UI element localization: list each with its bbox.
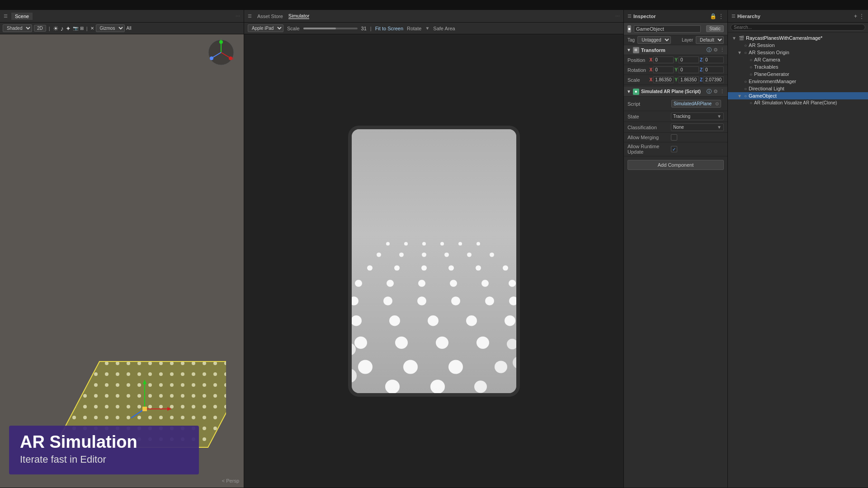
script-menu[interactable]: ⋮ [720, 89, 725, 94]
position-label: Position [627, 57, 647, 63]
simulator-tab[interactable]: Simulator [288, 13, 309, 19]
inspector-lock-icon[interactable]: 🔒 [710, 13, 717, 19]
script-value-field[interactable]: SimulatedARPlane ⊙ [671, 100, 721, 108]
ar-overlay: AR Simulation Iterate fast in Editor [9, 426, 199, 474]
script-info[interactable]: ⓘ [707, 88, 712, 95]
shading-dropdown[interactable]: Shaded [3, 24, 32, 32]
svg-point-43 [481, 280, 489, 287]
ar-session-icon: ○ [744, 43, 747, 48]
pos-z-input[interactable] [703, 56, 724, 63]
static-badge[interactable]: Static [706, 25, 724, 32]
svg-point-34 [394, 265, 400, 271]
scale-row-label: Scale [627, 77, 647, 83]
scene-tab[interactable]: Scene [11, 13, 33, 20]
layer-select[interactable]: Default [696, 36, 724, 44]
tree-item-directional-light[interactable]: ○ Directional Light [728, 85, 868, 92]
safe-area-label: Safe Area [433, 26, 455, 31]
allow-runtime-checkbox[interactable] [671, 146, 677, 152]
add-component-button[interactable]: Add Component [627, 160, 724, 170]
svg-point-59 [476, 336, 489, 348]
tree-item-trackables[interactable]: ○ Trackables [728, 63, 868, 70]
ar-session-origin-label: AR Session Origin [749, 50, 789, 55]
transform-title: Transform [641, 47, 705, 53]
tree-item-env-manager[interactable]: ○ EnvironmentManager [728, 78, 868, 85]
svg-point-26 [476, 242, 480, 245]
script-component-title: Simulated AR Plane (Script) [641, 89, 705, 94]
svg-point-27 [377, 253, 381, 257]
tag-layer-row: Tag Untagged Layer Default [624, 35, 727, 45]
gizmos-dropdown[interactable]: Gizmos [96, 24, 125, 32]
rotate-btn[interactable]: Rotate [407, 26, 421, 31]
scale-x-label: X [650, 77, 653, 82]
scene-light-icon[interactable]: ☀ [53, 25, 59, 32]
hierarchy-more-icon[interactable]: ⋮ [859, 13, 864, 19]
tree-item-ar-session[interactable]: ○ AR Session [728, 42, 868, 49]
pos-y-input[interactable] [679, 56, 699, 63]
tree-item-root[interactable]: ▼ 🎬 RaycastPlanesWithCameraImage* [728, 34, 868, 42]
transform-menu[interactable]: ⋮ [720, 47, 725, 53]
scene-grid-icon[interactable]: ⊞ [80, 26, 84, 31]
rot-z-input[interactable] [703, 66, 724, 73]
ar-sim-vis-toggle [742, 100, 748, 105]
hierarchy-search-input[interactable] [731, 24, 865, 31]
plane-gen-label: PlaneGenerator [754, 71, 789, 77]
svg-point-57 [395, 336, 408, 348]
svg-point-30 [444, 253, 449, 257]
rot-x-input[interactable] [653, 66, 674, 73]
simulator-header: ☰ Asset Store Simulator ⋯ [244, 10, 623, 23]
tree-item-ar-camera[interactable]: ○ AR Camera [728, 56, 868, 63]
transform-info[interactable]: ⓘ [707, 47, 712, 53]
scale-row: Scale X Y Z [624, 75, 727, 85]
pos-x-input[interactable] [653, 56, 674, 63]
scene-audio-icon[interactable]: ♪ [61, 25, 64, 32]
rot-y-input[interactable] [679, 66, 699, 73]
svg-point-39 [355, 280, 362, 287]
inspector-more-icon[interactable]: ⋮ [718, 13, 724, 19]
state-dropdown[interactable]: Tracking ▼ [671, 113, 724, 120]
allow-merging-checkbox[interactable] [671, 134, 677, 141]
phone-screen: ╱ [352, 129, 516, 393]
2d-toggle[interactable]: 2D [34, 25, 46, 32]
scale-slider[interactable] [303, 28, 358, 29]
asset-store-tab[interactable]: Asset Store [257, 14, 283, 19]
hierarchy-search-bar [728, 23, 868, 33]
pos-z-label: Z [700, 57, 703, 62]
svg-point-46 [383, 296, 392, 305]
scale-x-input[interactable] [653, 76, 674, 83]
svg-point-66 [430, 380, 445, 393]
scene-viewport[interactable]: Z X Y < Persp AR Simulation Iterate fast… [0, 34, 244, 488]
svg-point-47 [417, 296, 426, 305]
tree-item-ar-sim-visualize[interactable]: ○ AR Simulation Visualize AR Plane(Clone… [728, 99, 868, 106]
go-name-input[interactable] [634, 25, 701, 33]
svg-point-64 [495, 361, 507, 373]
scene-panel-header: ☰ Scene ⋯ [0, 10, 244, 23]
plane-gen-icon: ○ [750, 72, 752, 77]
tag-select[interactable]: Untagged [637, 36, 671, 44]
transform-settings[interactable]: ⚙ [713, 47, 718, 53]
scale-z-input[interactable] [703, 76, 724, 83]
dir-light-label: Directional Light [749, 86, 784, 91]
scene-fx-icon[interactable]: ✦ [66, 25, 71, 32]
svg-text:X: X [232, 57, 234, 60]
svg-point-32 [490, 253, 494, 257]
tree-item-ar-session-origin[interactable]: ▼ ○ AR Session Origin [728, 49, 868, 56]
state-row: State Tracking ▼ [624, 111, 727, 122]
go-label: GameObject [749, 93, 777, 99]
svg-point-33 [367, 265, 373, 271]
script-label: Script [627, 101, 666, 107]
tree-item-plane-generator[interactable]: ○ PlaneGenerator [728, 70, 868, 78]
scene-cam-icon[interactable]: 📷 [73, 26, 78, 31]
script-component-header[interactable]: ▼ ■ Simulated AR Plane (Script) ⓘ ⚙ ⋮ [624, 87, 727, 97]
hierarchy-add-icon[interactable]: + [854, 13, 857, 19]
scale-y-input[interactable] [679, 76, 699, 83]
svg-point-48 [451, 296, 460, 305]
script-settings[interactable]: ⚙ [713, 89, 718, 94]
svg-point-60 [507, 338, 516, 349]
classification-dropdown[interactable]: None ▼ [671, 123, 724, 131]
transform-header[interactable]: ▼ ⊞ Transform ⓘ ⚙ ⋮ [624, 45, 727, 55]
fit-screen-btn[interactable]: Fit to Screen [375, 26, 403, 31]
scene-move-icon[interactable]: ✕ [90, 26, 94, 31]
device-select[interactable]: Apple iPad [248, 24, 283, 32]
allow-runtime-label: Allow Runtime Update [627, 144, 668, 155]
tree-item-game-object[interactable]: ▼ ○ GameObject [728, 92, 868, 99]
